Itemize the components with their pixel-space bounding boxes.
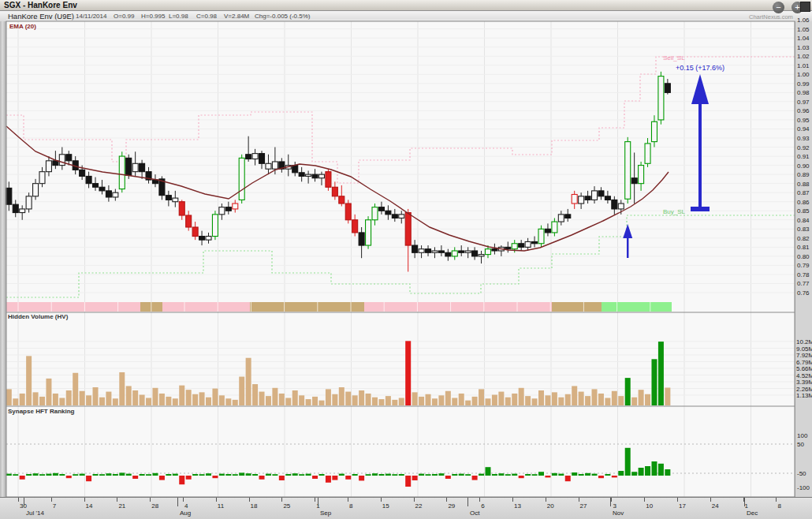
hft-panel-label[interactable]: Synapse HFT Ranking [8,408,74,415]
x-tick-mark [51,498,53,502]
sell-band-label: Sell_SL [663,54,685,62]
x-tick-label: 14 [86,502,93,510]
price-axis-label: 0.77 [797,280,810,287]
price-axis-label: 0.99 [797,80,810,88]
price-axis-label: 1.05 [797,26,810,33]
x-tick-label: 25 [283,502,290,510]
price-axis-label: 0.82 [797,235,810,242]
minus-icon: − [776,2,780,12]
plus-icon: + [795,2,799,12]
window-menu-icon[interactable] [800,2,810,12]
price-axis-label: 0.91 [797,153,810,160]
x-tick-label: 24 [712,502,719,510]
x-tick-mark [512,498,514,502]
month-label: Sep [320,510,331,517]
hft-axis-label: 50 [797,441,804,448]
x-tick-label: 3 [613,502,616,510]
price-axis-label: 0.76 [797,289,810,297]
x-tick-label: 17 [679,502,686,510]
x-tick-label: 4 [184,502,188,510]
hft-axis-label: -50 [797,470,806,477]
price-axis-label: 0.93 [797,135,810,142]
x-tick-label: 11 [218,502,224,510]
x-tick-mark [84,498,86,502]
gain-annotation-label[interactable]: +0.15 (+17.6%) [676,64,724,72]
x-tick-mark [348,498,349,502]
x-tick-mark [446,498,448,502]
zoom-out-button[interactable]: − [773,2,784,13]
x-tick-label: 21 [118,502,125,510]
price-axis-label: 1.06 [797,17,810,24]
x-tick-label: 13 [514,502,521,510]
price-axis-label: 0.87 [797,189,810,196]
month-label: Aug [180,510,191,517]
month-tick-mark [318,498,319,506]
month-tick-mark [744,498,746,506]
price-axis-label: 0.84 [797,217,810,224]
volume-panel-label[interactable]: Hidden Volume (HV) [8,313,68,320]
x-tick-mark [281,498,283,502]
x-tick-mark [710,498,712,502]
month-tick-mark [467,498,469,506]
x-tick-label: 27 [580,502,587,510]
x-tick-mark [644,498,646,502]
x-tick-mark [150,498,151,502]
x-tick-label: 18 [251,502,258,510]
x-tick-mark [216,498,218,502]
x-tick-mark [677,498,679,502]
price-axis-label: 1.02 [797,53,810,60]
x-tick-mark [315,498,316,502]
ema-indicator-label[interactable]: EMA (20) [9,23,36,30]
x-tick-label: 8 [777,502,780,510]
hft-axis-label: -100 [797,484,810,491]
volume-axis-label: 1.13M [796,392,812,399]
x-tick-label: 7 [53,502,56,510]
price-axis-label: 0.88 [797,181,810,188]
x-tick-mark [18,498,20,502]
chartnexus-window: SGX - HanKore Env − + HanKore Env (U9E) … [0,0,812,519]
price-axis-label: 0.81 [797,244,810,251]
x-tick-label: 20 [547,502,554,510]
x-tick-mark [776,498,777,502]
x-tick-label: 15 [382,502,389,510]
watermark: ChartNexus.com [749,13,793,21]
price-axis-label: 0.83 [797,226,810,233]
month-label: Nov [613,510,624,517]
price-axis-label: 1.01 [797,62,810,69]
price-axis-label: 0.98 [797,89,810,96]
price-axis-label: 0.96 [797,107,810,114]
signal-ribbon [6,302,672,312]
price-axis-label: 0.79 [797,262,810,269]
x-tick-label: 22 [415,502,423,510]
price-axis-label: 1.04 [797,35,810,42]
x-tick-label: 10 [646,502,653,510]
x-tick-mark [249,498,251,502]
x-tick-label: 28 [151,502,158,510]
x-tick-label: 8 [349,502,352,510]
price-axis-label: 0.85 [797,207,810,215]
x-tick-mark [579,498,580,502]
x-tick-label: 6 [481,502,484,510]
hft-axis-label: 100 [797,432,807,439]
month-tick-mark [610,498,612,506]
price-axis-label: 0.97 [797,99,810,106]
month-label: Dec [747,510,758,517]
x-tick-mark [381,498,382,502]
price-axis-label: 0.90 [797,162,810,170]
month-tick-mark [177,498,179,506]
x-tick-mark [479,498,481,502]
price-axis-label: 0.89 [797,171,810,178]
price-axis-label: 1.03 [797,44,810,51]
month-label: Jul '14 [26,510,44,517]
price-axis-label: 0.86 [797,199,810,206]
x-tick-mark [414,498,415,502]
price-axis-label: 0.94 [797,125,810,133]
month-label: Oct [470,510,479,517]
chart-canvas[interactable] [0,0,812,519]
price-axis-label: 0.95 [797,117,810,124]
price-axis-label: 0.78 [797,271,810,278]
buy-band-label: Buy_SL [663,208,685,215]
month-tick-mark [24,498,25,506]
x-tick-label: 29 [448,502,455,510]
x-tick-mark [546,498,547,502]
